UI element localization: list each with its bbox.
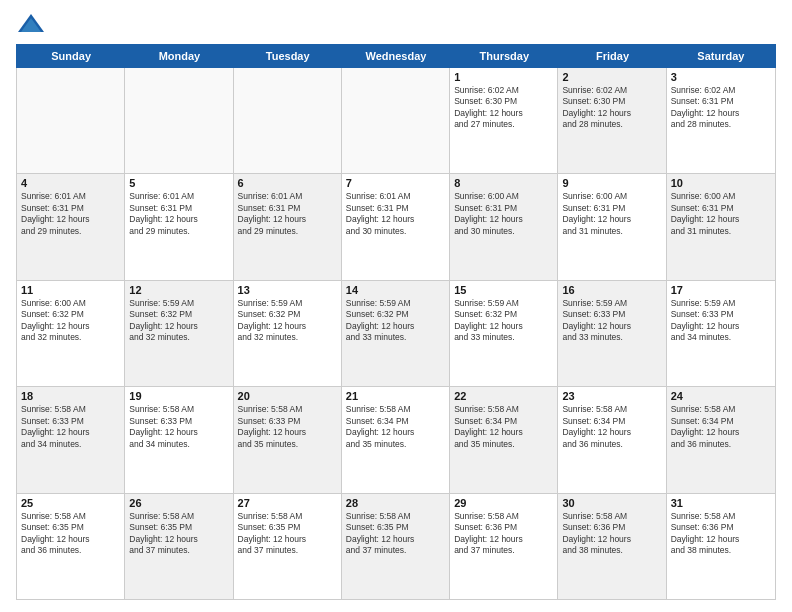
calendar-cell: 17Sunrise: 5:59 AM Sunset: 6:33 PM Dayli… <box>667 281 775 386</box>
calendar-cell: 10Sunrise: 6:00 AM Sunset: 6:31 PM Dayli… <box>667 174 775 279</box>
cell-info: Sunrise: 5:59 AM Sunset: 6:33 PM Dayligh… <box>562 298 661 344</box>
calendar-cell: 15Sunrise: 5:59 AM Sunset: 6:32 PM Dayli… <box>450 281 558 386</box>
day-number: 11 <box>21 284 120 296</box>
cell-info: Sunrise: 5:59 AM Sunset: 6:32 PM Dayligh… <box>346 298 445 344</box>
calendar-cell <box>125 68 233 173</box>
day-number: 7 <box>346 177 445 189</box>
calendar-row-4: 25Sunrise: 5:58 AM Sunset: 6:35 PM Dayli… <box>17 494 775 599</box>
logo <box>16 12 50 36</box>
cell-info: Sunrise: 6:01 AM Sunset: 6:31 PM Dayligh… <box>346 191 445 237</box>
header-day-saturday: Saturday <box>667 45 775 67</box>
cell-info: Sunrise: 5:59 AM Sunset: 6:32 PM Dayligh… <box>129 298 228 344</box>
cell-info: Sunrise: 6:00 AM Sunset: 6:31 PM Dayligh… <box>454 191 553 237</box>
day-number: 28 <box>346 497 445 509</box>
cell-info: Sunrise: 5:58 AM Sunset: 6:36 PM Dayligh… <box>454 511 553 557</box>
day-number: 14 <box>346 284 445 296</box>
day-number: 10 <box>671 177 771 189</box>
calendar-cell: 30Sunrise: 5:58 AM Sunset: 6:36 PM Dayli… <box>558 494 666 599</box>
calendar-body: 1Sunrise: 6:02 AM Sunset: 6:30 PM Daylig… <box>16 68 776 600</box>
calendar-cell: 3Sunrise: 6:02 AM Sunset: 6:31 PM Daylig… <box>667 68 775 173</box>
header-day-tuesday: Tuesday <box>234 45 342 67</box>
day-number: 29 <box>454 497 553 509</box>
cell-info: Sunrise: 5:58 AM Sunset: 6:35 PM Dayligh… <box>129 511 228 557</box>
calendar-cell: 11Sunrise: 6:00 AM Sunset: 6:32 PM Dayli… <box>17 281 125 386</box>
calendar-cell <box>17 68 125 173</box>
day-number: 9 <box>562 177 661 189</box>
cell-info: Sunrise: 5:59 AM Sunset: 6:33 PM Dayligh… <box>671 298 771 344</box>
cell-info: Sunrise: 5:58 AM Sunset: 6:34 PM Dayligh… <box>346 404 445 450</box>
cell-info: Sunrise: 5:58 AM Sunset: 6:33 PM Dayligh… <box>238 404 337 450</box>
cell-info: Sunrise: 6:02 AM Sunset: 6:30 PM Dayligh… <box>454 85 553 131</box>
calendar-cell: 12Sunrise: 5:59 AM Sunset: 6:32 PM Dayli… <box>125 281 233 386</box>
day-number: 4 <box>21 177 120 189</box>
calendar: SundayMondayTuesdayWednesdayThursdayFrid… <box>16 44 776 600</box>
cell-info: Sunrise: 6:02 AM Sunset: 6:30 PM Dayligh… <box>562 85 661 131</box>
header <box>16 12 776 36</box>
header-day-friday: Friday <box>558 45 666 67</box>
calendar-cell: 2Sunrise: 6:02 AM Sunset: 6:30 PM Daylig… <box>558 68 666 173</box>
calendar-cell: 25Sunrise: 5:58 AM Sunset: 6:35 PM Dayli… <box>17 494 125 599</box>
calendar-cell <box>234 68 342 173</box>
cell-info: Sunrise: 5:58 AM Sunset: 6:35 PM Dayligh… <box>238 511 337 557</box>
calendar-row-1: 4Sunrise: 6:01 AM Sunset: 6:31 PM Daylig… <box>17 174 775 280</box>
day-number: 13 <box>238 284 337 296</box>
calendar-cell: 31Sunrise: 5:58 AM Sunset: 6:36 PM Dayli… <box>667 494 775 599</box>
cell-info: Sunrise: 5:59 AM Sunset: 6:32 PM Dayligh… <box>454 298 553 344</box>
calendar-cell: 23Sunrise: 5:58 AM Sunset: 6:34 PM Dayli… <box>558 387 666 492</box>
day-number: 8 <box>454 177 553 189</box>
day-number: 22 <box>454 390 553 402</box>
calendar-row-2: 11Sunrise: 6:00 AM Sunset: 6:32 PM Dayli… <box>17 281 775 387</box>
calendar-cell: 22Sunrise: 5:58 AM Sunset: 6:34 PM Dayli… <box>450 387 558 492</box>
day-number: 6 <box>238 177 337 189</box>
day-number: 15 <box>454 284 553 296</box>
day-number: 20 <box>238 390 337 402</box>
calendar-cell <box>342 68 450 173</box>
cell-info: Sunrise: 5:58 AM Sunset: 6:34 PM Dayligh… <box>454 404 553 450</box>
header-day-monday: Monday <box>125 45 233 67</box>
cell-info: Sunrise: 6:02 AM Sunset: 6:31 PM Dayligh… <box>671 85 771 131</box>
cell-info: Sunrise: 6:00 AM Sunset: 6:32 PM Dayligh… <box>21 298 120 344</box>
calendar-cell: 8Sunrise: 6:00 AM Sunset: 6:31 PM Daylig… <box>450 174 558 279</box>
calendar-cell: 24Sunrise: 5:58 AM Sunset: 6:34 PM Dayli… <box>667 387 775 492</box>
header-day-thursday: Thursday <box>450 45 558 67</box>
cell-info: Sunrise: 6:00 AM Sunset: 6:31 PM Dayligh… <box>671 191 771 237</box>
cell-info: Sunrise: 5:58 AM Sunset: 6:34 PM Dayligh… <box>671 404 771 450</box>
day-number: 23 <box>562 390 661 402</box>
cell-info: Sunrise: 5:58 AM Sunset: 6:35 PM Dayligh… <box>21 511 120 557</box>
day-number: 2 <box>562 71 661 83</box>
day-number: 30 <box>562 497 661 509</box>
calendar-cell: 29Sunrise: 5:58 AM Sunset: 6:36 PM Dayli… <box>450 494 558 599</box>
day-number: 19 <box>129 390 228 402</box>
header-day-wednesday: Wednesday <box>342 45 450 67</box>
calendar-cell: 18Sunrise: 5:58 AM Sunset: 6:33 PM Dayli… <box>17 387 125 492</box>
cell-info: Sunrise: 5:58 AM Sunset: 6:34 PM Dayligh… <box>562 404 661 450</box>
day-number: 24 <box>671 390 771 402</box>
day-number: 25 <box>21 497 120 509</box>
calendar-cell: 4Sunrise: 6:01 AM Sunset: 6:31 PM Daylig… <box>17 174 125 279</box>
calendar-cell: 13Sunrise: 5:59 AM Sunset: 6:32 PM Dayli… <box>234 281 342 386</box>
calendar-cell: 7Sunrise: 6:01 AM Sunset: 6:31 PM Daylig… <box>342 174 450 279</box>
day-number: 12 <box>129 284 228 296</box>
logo-icon <box>16 12 46 36</box>
day-number: 21 <box>346 390 445 402</box>
day-number: 27 <box>238 497 337 509</box>
calendar-header: SundayMondayTuesdayWednesdayThursdayFrid… <box>16 44 776 68</box>
cell-info: Sunrise: 6:00 AM Sunset: 6:31 PM Dayligh… <box>562 191 661 237</box>
page: SundayMondayTuesdayWednesdayThursdayFrid… <box>0 0 792 612</box>
day-number: 17 <box>671 284 771 296</box>
calendar-cell: 26Sunrise: 5:58 AM Sunset: 6:35 PM Dayli… <box>125 494 233 599</box>
cell-info: Sunrise: 6:01 AM Sunset: 6:31 PM Dayligh… <box>129 191 228 237</box>
cell-info: Sunrise: 5:58 AM Sunset: 6:33 PM Dayligh… <box>21 404 120 450</box>
calendar-cell: 1Sunrise: 6:02 AM Sunset: 6:30 PM Daylig… <box>450 68 558 173</box>
cell-info: Sunrise: 6:01 AM Sunset: 6:31 PM Dayligh… <box>238 191 337 237</box>
cell-info: Sunrise: 5:59 AM Sunset: 6:32 PM Dayligh… <box>238 298 337 344</box>
cell-info: Sunrise: 5:58 AM Sunset: 6:35 PM Dayligh… <box>346 511 445 557</box>
day-number: 3 <box>671 71 771 83</box>
cell-info: Sunrise: 6:01 AM Sunset: 6:31 PM Dayligh… <box>21 191 120 237</box>
cell-info: Sunrise: 5:58 AM Sunset: 6:36 PM Dayligh… <box>562 511 661 557</box>
calendar-cell: 16Sunrise: 5:59 AM Sunset: 6:33 PM Dayli… <box>558 281 666 386</box>
calendar-cell: 28Sunrise: 5:58 AM Sunset: 6:35 PM Dayli… <box>342 494 450 599</box>
day-number: 18 <box>21 390 120 402</box>
calendar-cell: 19Sunrise: 5:58 AM Sunset: 6:33 PM Dayli… <box>125 387 233 492</box>
day-number: 26 <box>129 497 228 509</box>
